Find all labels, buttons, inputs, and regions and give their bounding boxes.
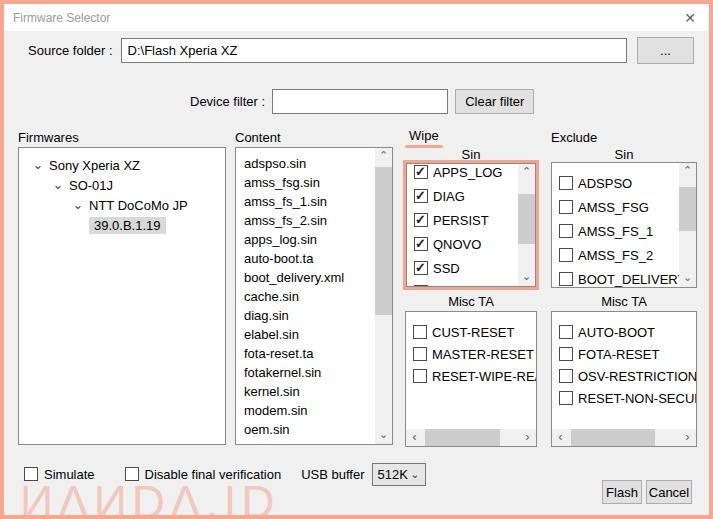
- scroll-up-icon[interactable]: ⌃: [518, 164, 535, 181]
- tree-item-region[interactable]: ⌄ NTT DoCoMo JP: [19, 195, 225, 215]
- checkbox[interactable]: [559, 272, 573, 286]
- wipe-misc-hscrollbar[interactable]: ‹ ›: [406, 429, 536, 446]
- scrollbar-thumb[interactable]: [425, 429, 500, 446]
- disable-verification-checkbox[interactable]: [125, 467, 139, 481]
- tree-item-device[interactable]: ⌄ Sony Xperia XZ: [19, 155, 225, 175]
- exclude-sin-item[interactable]: AMSS_FSG: [559, 195, 696, 219]
- device-filter-input[interactable]: [272, 89, 448, 114]
- simulate-checkbox[interactable]: [24, 467, 38, 481]
- checkbox[interactable]: [559, 325, 573, 339]
- content-file-item[interactable]: boot_delivery.xml: [244, 268, 392, 287]
- firmwares-tree[interactable]: ⌄ Sony Xperia XZ ⌄ SO-01J ⌄ NTT DoCoMo J…: [18, 147, 226, 445]
- checkbox[interactable]: [413, 347, 427, 361]
- content-file-item[interactable]: adspso.sin: [244, 154, 392, 173]
- exclude-sin-scrollbar[interactable]: ⌃ ⌄: [679, 163, 696, 287]
- wipe-sin-scrollbar[interactable]: ⌃ ⌄: [518, 164, 535, 286]
- wipe-sin-list[interactable]: APPS_LOG DIAG PERSIST QNOVO: [406, 163, 536, 287]
- checkbox[interactable]: [559, 347, 573, 361]
- wipe-sin-item[interactable]: USERDATA: [414, 280, 535, 287]
- wipe-sin-item[interactable]: SSD: [414, 256, 535, 280]
- clear-filter-button[interactable]: Clear filter: [455, 89, 534, 114]
- checkbox[interactable]: [414, 285, 428, 287]
- content-file-item[interactable]: auto-boot.ta: [244, 249, 392, 268]
- tree-item-version-selected[interactable]: 39.0.B.1.19: [19, 215, 225, 235]
- scroll-left-icon[interactable]: ‹: [406, 429, 423, 446]
- scrollbar-thumb[interactable]: [679, 187, 696, 231]
- exclude-sin-item[interactable]: ADSPSO: [559, 171, 696, 195]
- checkbox[interactable]: [414, 237, 428, 251]
- checkbox[interactable]: [414, 189, 428, 203]
- exclude-sin-list[interactable]: ADSPSO AMSS_FSG AMSS_FS_1 AMSS_FS_2: [551, 162, 697, 288]
- checkbox[interactable]: [559, 200, 573, 214]
- exclude-misc-item[interactable]: OSV-RESTRICTION: [559, 365, 696, 387]
- exclude-sin-item[interactable]: AMSS_FS_2: [559, 243, 696, 267]
- content-file-item[interactable]: apps_log.sin: [244, 230, 392, 249]
- content-file-item[interactable]: oem.sin: [244, 420, 392, 439]
- scroll-up-icon[interactable]: ⌃: [375, 148, 392, 165]
- wipe-misc-ta-list[interactable]: CUST-RESET MASTER-RESET RESET-WIPE-REASO…: [405, 311, 537, 447]
- content-list[interactable]: adspso.sin amss_fsg.sin amss_fs_1.sin am…: [235, 147, 393, 445]
- chevron-down-icon[interactable]: ⌄: [71, 200, 85, 210]
- checkbox[interactable]: [559, 391, 573, 405]
- content-file-item[interactable]: amss_fs_1.sin: [244, 192, 392, 211]
- checkbox-label: AUTO-BOOT: [578, 325, 655, 340]
- content-scrollbar[interactable]: ⌃ ⌄: [375, 148, 392, 444]
- checkbox[interactable]: [413, 325, 427, 339]
- scroll-up-icon[interactable]: ⌃: [679, 163, 696, 180]
- exclude-misc-item[interactable]: RESET-NON-SECURE-ADB: [559, 387, 696, 409]
- checkbox[interactable]: [559, 369, 573, 383]
- checkbox[interactable]: [414, 213, 428, 227]
- wipe-sin-item[interactable]: PERSIST: [414, 208, 535, 232]
- tree-item-label[interactable]: 39.0.B.1.19: [89, 217, 166, 234]
- scroll-down-icon[interactable]: ⌄: [518, 269, 535, 286]
- scroll-down-icon[interactable]: ⌄: [375, 427, 392, 444]
- content-file-item[interactable]: amss_fsg.sin: [244, 173, 392, 192]
- scroll-right-icon[interactable]: ›: [679, 429, 696, 446]
- checkbox[interactable]: [414, 165, 428, 179]
- wipe-misc-item[interactable]: RESET-WIPE-REASON: [413, 365, 536, 387]
- wipe-misc-item[interactable]: MASTER-RESET: [413, 343, 536, 365]
- content-file-item[interactable]: modem.sin: [244, 401, 392, 420]
- content-file-item[interactable]: amss_fs_2.sin: [244, 211, 392, 230]
- chevron-down-icon[interactable]: ⌄: [31, 160, 45, 170]
- tree-item-label[interactable]: NTT DoCoMo JP: [89, 198, 188, 213]
- scrollbar-thumb[interactable]: [571, 429, 655, 446]
- checkbox[interactable]: [559, 176, 573, 190]
- source-folder-input[interactable]: [121, 38, 627, 63]
- content-file-item[interactable]: fotakernel.sin: [244, 363, 392, 382]
- exclude-misc-ta-list[interactable]: AUTO-BOOT FOTA-RESET OSV-RESTRICTION RES…: [551, 311, 697, 447]
- browse-button[interactable]: ...: [637, 37, 694, 64]
- exclude-misc-item[interactable]: AUTO-BOOT: [559, 321, 696, 343]
- checkbox[interactable]: [413, 369, 427, 383]
- close-icon[interactable]: ✕: [680, 10, 700, 26]
- flash-button[interactable]: Flash: [602, 480, 642, 504]
- wipe-sin-item[interactable]: APPS_LOG: [414, 163, 535, 184]
- scrollbar-thumb[interactable]: [518, 194, 535, 244]
- cancel-button[interactable]: Cancel: [646, 480, 692, 504]
- content-file-item[interactable]: elabel.sin: [244, 325, 392, 344]
- exclude-misc-item[interactable]: FOTA-RESET: [559, 343, 696, 365]
- wipe-sin-item[interactable]: DIAG: [414, 184, 535, 208]
- content-file-item[interactable]: osv-restriction.ta: [244, 439, 392, 445]
- tree-item-label[interactable]: SO-01J: [69, 178, 113, 193]
- checkbox[interactable]: [414, 261, 428, 275]
- wipe-sin-item[interactable]: QNOVO: [414, 232, 535, 256]
- wipe-misc-item[interactable]: CUST-RESET: [413, 321, 536, 343]
- exclude-misc-hscrollbar[interactable]: ‹ ›: [552, 429, 696, 446]
- scroll-right-icon[interactable]: ›: [519, 429, 536, 446]
- tree-item-model[interactable]: ⌄ SO-01J: [19, 175, 225, 195]
- chevron-down-icon[interactable]: ⌄: [51, 180, 65, 190]
- checkbox[interactable]: [559, 248, 573, 262]
- content-file-item[interactable]: fota-reset.ta: [244, 344, 392, 363]
- exclude-sin-item[interactable]: BOOT_DELIVERY: [559, 267, 696, 288]
- tree-item-label[interactable]: Sony Xperia XZ: [49, 158, 140, 173]
- usb-buffer-select[interactable]: 512K ⌄: [372, 463, 426, 486]
- exclude-sin-item[interactable]: AMSS_FS_1: [559, 219, 696, 243]
- content-file-item[interactable]: cache.sin: [244, 287, 392, 306]
- checkbox[interactable]: [559, 224, 573, 238]
- scroll-left-icon[interactable]: ‹: [552, 429, 569, 446]
- scrollbar-thumb[interactable]: [375, 167, 392, 315]
- content-file-item[interactable]: kernel.sin: [244, 382, 392, 401]
- scroll-down-icon[interactable]: ⌄: [679, 270, 696, 287]
- content-file-item[interactable]: diag.sin: [244, 306, 392, 325]
